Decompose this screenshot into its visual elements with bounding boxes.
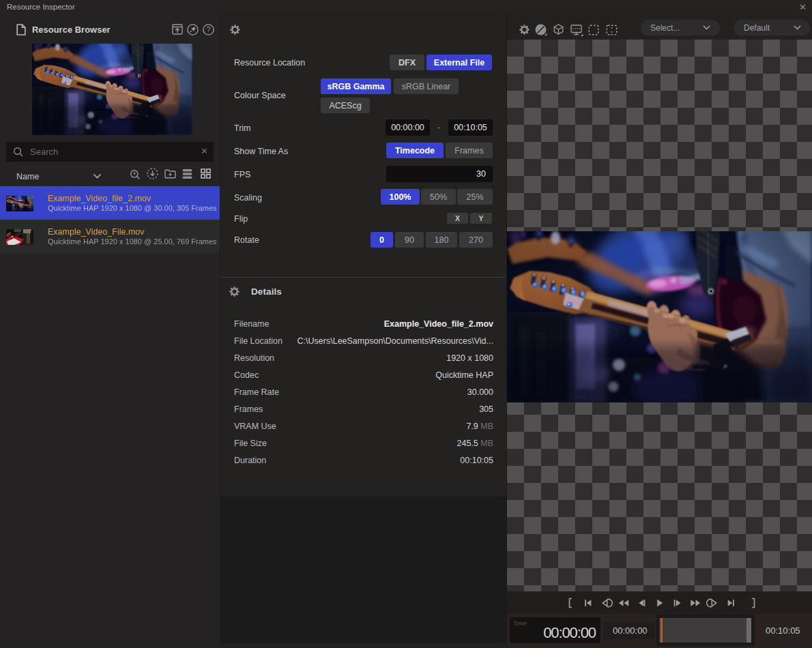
svg-text:?: ? bbox=[207, 26, 211, 33]
